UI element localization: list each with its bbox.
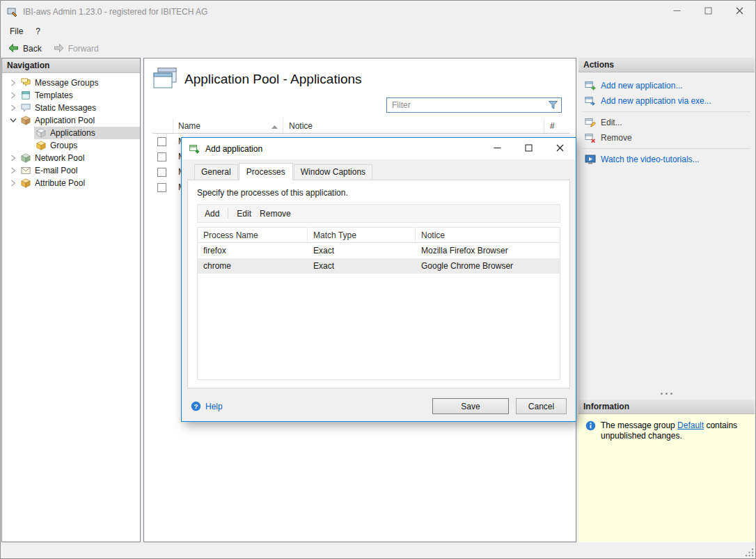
application-pool-icon [20,116,31,125]
column-name-label: Name [178,121,200,131]
tree-item-label: Attribute Pool [35,178,85,188]
tree-item-groups[interactable]: Groups [2,139,140,152]
tree-item-network-pool[interactable]: Network Pool [2,152,140,164]
groups-icon [36,141,47,150]
tab-window-captions[interactable]: Window Captions [294,164,372,180]
applications-icon [36,128,47,138]
resize-grip[interactable] [745,548,754,557]
maximize-button[interactable] [693,1,724,23]
chevron-right-icon[interactable] [8,155,19,162]
info-text-before: The message group [601,420,677,430]
tree-item-applications[interactable]: Applications [2,127,140,139]
help-link[interactable]: ? Help [191,401,223,411]
information-header: Information [578,400,755,414]
action-add-new-application[interactable]: Add new application... [578,78,755,93]
dialog-minimize-button[interactable] [482,138,513,159]
menu-file[interactable]: File [3,24,29,38]
tree-item-label: Templates [35,90,73,100]
action-label: Add new application... [601,81,682,90]
processes-table-header: Process Name Match Type Notice [198,228,560,243]
dialog-close-button[interactable] [544,138,576,159]
filter-box [386,97,562,113]
tree-item-attribute-pool[interactable]: Attribute Pool [2,177,140,189]
add-application-dialog: Add application General Processes Window… [181,137,576,422]
tree-item-application-pool[interactable]: Application Pool [2,114,140,127]
chevron-down-icon[interactable] [8,118,19,123]
save-button[interactable]: Save [432,398,509,414]
panel-splitter-handle[interactable] [578,389,755,397]
chevron-right-icon[interactable] [8,92,19,99]
process-row-chrome[interactable]: chrome Exact Google Chrome Browser [198,258,560,274]
titlebar: IBI-aws Admin 1.23.0 - registered for IB… [1,1,755,23]
edit-icon [585,117,596,128]
action-watch-video-tutorials[interactable]: Watch the video-tutorials... [578,152,755,167]
tab-general[interactable]: General [194,164,238,180]
tree-item-static-messages[interactable]: Static Messages [2,102,140,114]
navigation-tree: Message Groups Templates Static Messages… [2,73,140,189]
column-header-notice[interactable]: Notice [416,228,560,242]
chevron-right-icon[interactable] [8,167,19,174]
information-text: The message group Default contains unpub… [601,420,748,441]
process-name-cell: chrome [198,258,308,274]
filter-funnel-icon[interactable] [548,100,558,110]
cancel-button[interactable]: Cancel [516,398,567,414]
dialog-tabs: General Processes Window Captions [182,161,576,180]
dialog-maximize-button[interactable] [513,138,544,159]
statusbar [1,542,755,558]
network-pool-icon [20,153,31,163]
maximize-icon [525,144,533,154]
chevron-right-icon[interactable] [8,104,19,111]
chevron-right-icon[interactable] [8,79,19,86]
column-header-name[interactable]: Name [173,118,283,133]
message-groups-icon [20,78,31,88]
minimize-button[interactable] [661,1,693,23]
notice-cell: Google Chrome Browser [416,258,560,274]
back-arrow-icon [8,42,19,56]
column-header-count[interactable]: # [544,118,569,133]
add-process-button[interactable]: Add [205,209,219,219]
dialog-title: Add application [205,144,262,154]
action-add-new-application-via-exe[interactable]: Add new application via exe... [578,93,755,109]
column-header-process-name[interactable]: Process Name [198,228,308,242]
add-application-dialog-icon [189,143,200,155]
chevron-right-icon[interactable] [8,180,19,187]
row-checkbox[interactable] [157,137,166,146]
tab-processes[interactable]: Processes [239,163,293,180]
notice-cell: Mozilla Firefox Browser [416,243,560,258]
minimize-icon [673,7,681,17]
forward-button[interactable]: Forward [53,42,99,56]
tree-item-message-groups[interactable]: Message Groups [2,77,140,89]
processes-toolbar: Add Edit Remove [197,204,560,223]
dialog-footer: ? Help Save Cancel [182,391,576,421]
action-remove[interactable]: Remove [578,130,755,145]
add-application-icon [585,80,596,91]
row-checkbox[interactable] [157,168,166,177]
tree-item-email-pool[interactable]: E-mail Pool [2,164,140,177]
remove-process-button[interactable]: Remove [260,209,291,219]
default-message-group-link[interactable]: Default [677,420,704,430]
process-row-firefox[interactable]: firefox Exact Mozilla Firefox Browser [198,243,560,258]
action-edit[interactable]: Edit... [578,115,755,130]
row-checkbox[interactable] [157,152,166,162]
column-header-match-type[interactable]: Match Type [308,228,416,242]
tree-item-templates[interactable]: Templates [2,89,140,102]
tree-item-label: Static Messages [35,103,96,113]
forward-label: Forward [68,44,99,54]
tree-item-label: Network Pool [35,153,84,163]
page-title: Application Pool - Applications [184,72,362,87]
tree-item-label: Applications [50,128,95,138]
applications-table-header: Name Notice # [152,118,569,134]
toolbar-separator [228,208,228,219]
row-checkbox[interactable] [157,183,166,192]
navigation-panel: Navigation Message Groups Templates Stat… [1,58,141,542]
edit-process-button[interactable]: Edit [237,209,251,219]
separator [583,111,750,112]
back-label: Back [23,44,42,54]
column-header-notice[interactable]: Notice [283,118,544,133]
menu-help[interactable]: ? [29,24,47,38]
back-button[interactable]: Back [8,42,42,56]
close-button[interactable] [724,1,755,23]
filter-input[interactable] [386,97,562,113]
video-tutorials-icon [585,154,596,165]
attribute-pool-icon [20,178,31,188]
